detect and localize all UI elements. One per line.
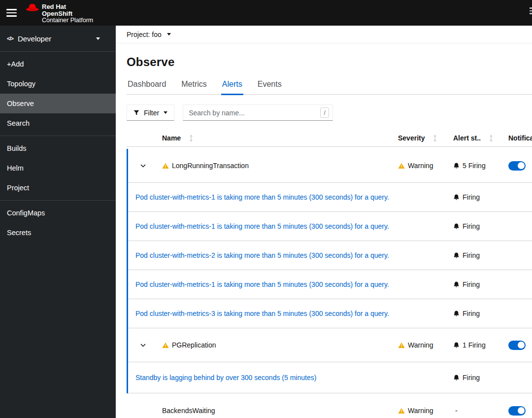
bell-icon <box>453 223 460 230</box>
nav-group-1: +Add Topology Observe Search <box>0 52 116 136</box>
warning-triangle-icon <box>162 163 169 169</box>
tab-events[interactable]: Events <box>257 80 283 95</box>
sidebar-item-builds[interactable]: Builds <box>0 139 116 158</box>
project-selector[interactable]: Project: foo <box>116 26 532 43</box>
table-row: Pod cluster-with-metrics-2 is taking mor… <box>128 241 532 270</box>
alert-state-cell: - <box>449 407 504 415</box>
search-box: / <box>183 104 333 121</box>
notifications-toggle[interactable] <box>508 406 526 416</box>
nav-group-3: ConfigMaps Secrets <box>0 200 116 245</box>
warning-triangle-icon <box>398 408 405 414</box>
sort-arrows-icon <box>489 135 493 142</box>
chevron-down-icon <box>164 111 167 114</box>
brand-line-3: Container Platform <box>42 17 93 24</box>
rule-name-cell: PGReplication <box>158 341 394 349</box>
alert-description-link[interactable]: Pod cluster-with-metrics-1 is taking mor… <box>135 193 389 201</box>
bell-icon <box>453 252 460 259</box>
page-title: Observe <box>127 55 532 69</box>
table-row: BackendsWaiting Warning - <box>128 393 532 418</box>
alert-description-link[interactable]: Pod cluster-with-metrics-2 is taking mor… <box>135 251 389 259</box>
bell-icon <box>453 342 460 348</box>
sidebar-item-observe[interactable]: Observe <box>0 94 116 113</box>
row-expand-toggle[interactable] <box>128 164 158 168</box>
brand-logo: Red Hat OpenShift Container Platform <box>26 1 93 24</box>
filter-dropdown-button[interactable]: Filter <box>127 104 174 121</box>
alert-state-cell: 5 Firing <box>449 162 504 170</box>
perspective-switcher[interactable]: </> Developer <box>0 26 116 52</box>
rule-group-pgreplication: PGReplication Warning 1 Fi <box>127 328 532 393</box>
alert-state-cell: Firing <box>449 374 504 382</box>
perspective-label: Developer <box>18 35 51 43</box>
sidebar-item-project[interactable]: Project <box>0 178 116 198</box>
code-icon: </> <box>7 35 13 41</box>
filter-funnel-icon <box>133 110 139 116</box>
warning-triangle-icon <box>398 163 405 169</box>
severity-cell: Warning <box>394 162 449 170</box>
alert-state-cell: 1 Firing <box>449 341 504 349</box>
alert-state-cell: Firing <box>449 310 504 317</box>
table-header-row: Name Severity Alert st.. <box>127 130 532 147</box>
alert-description-link[interactable]: Standby is lagging behind by over 300 se… <box>135 374 316 382</box>
sidebar-item-topology[interactable]: Topology <box>0 74 116 94</box>
rule-group-longrunningtransaction: LongRunningTransaction Warning <box>127 149 532 328</box>
app-launcher-icon[interactable] <box>530 7 532 14</box>
bell-icon <box>453 162 460 169</box>
chevron-down-icon <box>167 33 171 35</box>
table-row: PGReplication Warning 1 Fi <box>128 328 532 362</box>
bell-icon <box>453 194 460 201</box>
notifications-toggle[interactable] <box>508 341 526 350</box>
sidebar-item-configmaps[interactable]: ConfigMaps <box>0 203 116 223</box>
masthead: Red Hat OpenShift Container Platform <box>0 0 532 26</box>
tab-alerts[interactable]: Alerts <box>221 80 243 95</box>
table-row: Pod cluster-with-metrics-1 is taking mor… <box>128 183 532 212</box>
table-row: Standby is lagging behind by over 300 se… <box>128 362 532 393</box>
table-row: Pod cluster-with-metrics-3 is taking mor… <box>128 299 532 328</box>
alert-state-cell: Firing <box>449 280 504 288</box>
brand-line-2: OpenShift <box>42 10 93 17</box>
bell-icon <box>453 310 460 317</box>
notifications-cell <box>504 406 532 416</box>
bell-icon <box>453 281 460 288</box>
rule-name-cell: BackendsWaiting <box>158 407 394 415</box>
table-row: Pod cluster-with-metrics-1 is taking mor… <box>128 212 532 241</box>
sidebar-item-secrets[interactable]: Secrets <box>0 223 116 243</box>
severity-cell: Warning <box>394 341 449 349</box>
tab-metrics[interactable]: Metrics <box>180 80 208 95</box>
alerts-table: Name Severity Alert st.. <box>127 130 532 418</box>
nav-toggle-hamburger-icon[interactable] <box>0 0 22 26</box>
column-header-name[interactable]: Name <box>158 134 394 142</box>
chevron-down-icon <box>96 37 100 40</box>
alert-description-link[interactable]: Pod cluster-with-metrics-3 is taking mor… <box>135 310 389 317</box>
alerts-toolbar: Filter / <box>127 104 532 121</box>
warning-triangle-icon <box>398 342 405 348</box>
search-input[interactable] <box>189 109 320 117</box>
project-selector-label: Project: foo <box>127 31 162 38</box>
tab-dashboard[interactable]: Dashboard <box>127 80 167 95</box>
table-row: LongRunningTransaction Warning <box>128 149 532 183</box>
notifications-cell <box>504 341 532 350</box>
row-expand-toggle[interactable] <box>128 344 158 347</box>
alert-description-link[interactable]: Pod cluster-with-metrics-1 is taking mor… <box>135 222 389 230</box>
column-header-severity[interactable]: Severity <box>394 134 449 142</box>
redhat-fedora-icon <box>26 1 39 12</box>
bell-icon <box>453 374 460 381</box>
slash-shortcut-badge: / <box>320 107 329 118</box>
table-row: Pod cluster-with-metrics-1 is taking mor… <box>128 270 532 299</box>
column-header-alert-state[interactable]: Alert st.. <box>449 134 504 142</box>
sidebar-item-add[interactable]: +Add <box>0 54 116 74</box>
warning-triangle-icon <box>162 342 169 348</box>
notifications-toggle[interactable] <box>508 161 526 171</box>
sort-arrows-icon <box>433 135 437 142</box>
sidebar-nav: </> Developer +Add Topology Observe Sear… <box>0 26 116 418</box>
sort-arrows-icon <box>189 135 193 142</box>
rule-name-cell: LongRunningTransaction <box>158 162 394 170</box>
column-header-notifications[interactable]: Notificat <box>504 134 532 142</box>
alert-description-link[interactable]: Pod cluster-with-metrics-1 is taking mor… <box>135 280 389 288</box>
severity-cell: Warning <box>394 407 449 415</box>
tab-bar: Dashboard Metrics Alerts Events <box>127 80 532 95</box>
sidebar-item-helm[interactable]: Helm <box>0 158 116 178</box>
filter-label: Filter <box>144 109 159 117</box>
brand-line-1: Red Hat <box>42 3 93 10</box>
sidebar-item-search[interactable]: Search <box>0 113 116 133</box>
nav-group-2: Builds Helm Project <box>0 136 116 200</box>
